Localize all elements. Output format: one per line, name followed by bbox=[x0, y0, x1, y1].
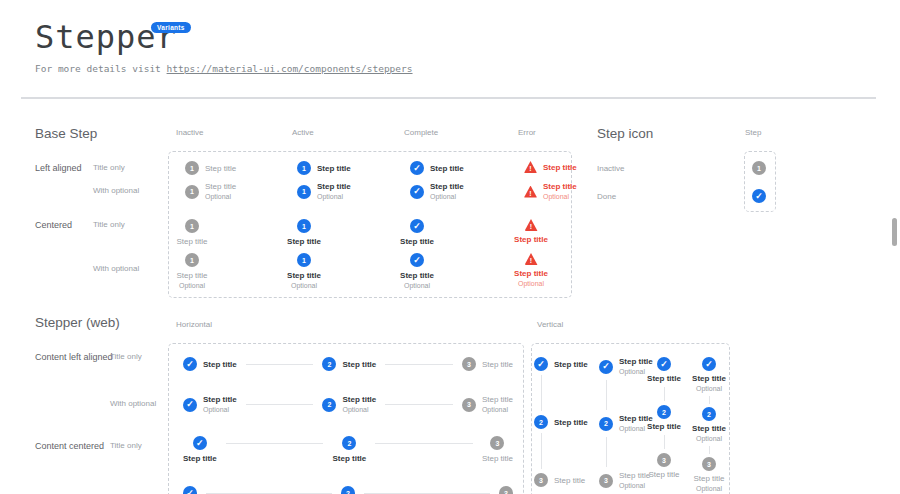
step-cell-active: 1 Step titleOptional bbox=[274, 253, 334, 290]
step-title-label: Step title bbox=[430, 164, 464, 173]
step-active: 2Step title bbox=[322, 357, 376, 371]
optional-label: Optional bbox=[317, 193, 351, 201]
optional-label: Optional bbox=[543, 193, 577, 201]
optional-label: Optional bbox=[430, 193, 464, 201]
warning-icon: ! bbox=[524, 161, 537, 173]
stepper-spec-page: Stepper Variants For more details visit … bbox=[0, 0, 900, 494]
variant-with-optional: With optional bbox=[110, 399, 156, 408]
horizontal-stepper: ✓ 2 3 bbox=[183, 486, 513, 494]
row-group-content-centered: Content centered bbox=[35, 441, 104, 451]
step-number-icon: 1 bbox=[297, 219, 311, 233]
step-title-label: Step title bbox=[183, 454, 217, 463]
step-cell-active: 1 Step title bbox=[297, 161, 351, 175]
step-number-icon: 1 bbox=[185, 185, 199, 199]
step-connector bbox=[664, 387, 665, 401]
step-active: 2Step titleOptional bbox=[322, 395, 376, 414]
step-inactive: 3Step title bbox=[482, 436, 513, 463]
step-number-icon: 1 bbox=[297, 161, 311, 175]
column-header-active: Active bbox=[292, 128, 314, 137]
step-cell-inactive: 1 Step titleOptional bbox=[162, 253, 222, 290]
optional-label: Optional bbox=[342, 406, 376, 414]
check-icon: ✓ bbox=[183, 398, 197, 412]
step-title-label: Step title bbox=[482, 360, 513, 369]
step-title-label: Step title bbox=[514, 269, 548, 278]
step-number-icon: 1 bbox=[185, 161, 199, 175]
step-title-label: Step title bbox=[554, 476, 585, 485]
step-cell-error: ! Step title bbox=[501, 219, 561, 244]
row-group-centered: Centered bbox=[35, 220, 72, 230]
step-title-label: Step title bbox=[430, 182, 464, 191]
subtitle: For more details visit https://material-… bbox=[35, 63, 413, 74]
step-title-label: Step title bbox=[648, 470, 679, 479]
step-number-icon: 2 bbox=[322, 357, 336, 371]
step-title-label: Step title bbox=[176, 237, 207, 246]
step-connector bbox=[385, 404, 453, 405]
step-title-label: Step title bbox=[543, 163, 577, 172]
step-connector bbox=[709, 446, 710, 454]
check-icon: ✓ bbox=[410, 253, 424, 267]
step-title-label: Step title bbox=[203, 360, 237, 369]
step-cell-error: ! Step title bbox=[524, 161, 577, 173]
step-title-label: Step title bbox=[693, 474, 724, 483]
column-header-inactive: Inactive bbox=[176, 128, 204, 137]
step-cell-error: ! Step titleOptional bbox=[524, 182, 577, 201]
step-complete: ✓ bbox=[183, 486, 197, 494]
variant-title-only: Title only bbox=[93, 163, 125, 172]
step-title-label: Step title bbox=[692, 374, 726, 383]
optional-label: Optional bbox=[696, 485, 722, 493]
vertical-scrollbar-thumb[interactable] bbox=[892, 218, 897, 246]
optional-label: Optional bbox=[696, 435, 722, 443]
step-cell-inactive: 1 Step titleOptional bbox=[185, 182, 236, 201]
horizontal-stepper: ✓Step titleOptional 2Step titleOptional … bbox=[183, 395, 513, 414]
step-cell-complete: ✓ Step title bbox=[387, 219, 447, 246]
step-number-icon: 3 bbox=[462, 357, 476, 371]
material-ui-link[interactable]: https://material-ui.com/components/stepp… bbox=[167, 63, 413, 74]
step-number-icon: 1 bbox=[297, 253, 311, 267]
check-icon: ✓ bbox=[193, 436, 207, 450]
optional-label: Optional bbox=[205, 193, 236, 201]
step-number-icon: 2 bbox=[534, 415, 548, 429]
step-connector bbox=[709, 396, 710, 404]
subtitle-text: For more details visit bbox=[35, 63, 167, 74]
vertical-stepper: ✓Step title 2Step title 3Step title bbox=[534, 357, 588, 487]
step-title-label: Step title bbox=[332, 454, 366, 463]
step-cell-active: 1 Step titleOptional bbox=[297, 182, 351, 201]
step-number-icon: 2 bbox=[342, 436, 356, 450]
variant-title-only: Title only bbox=[110, 352, 142, 361]
optional-label: Optional bbox=[482, 406, 513, 414]
horizontal-stepper: ✓Step title 2Step title 3Step title bbox=[183, 436, 513, 463]
step-number-icon: 2 bbox=[341, 486, 355, 494]
step-number-icon: 3 bbox=[599, 474, 613, 488]
check-icon: ✓ bbox=[183, 357, 197, 371]
column-header-horizontal: Horizontal bbox=[176, 320, 212, 329]
row-group-left-aligned: Left aligned bbox=[35, 163, 82, 173]
step-complete: ✓Step title bbox=[183, 357, 237, 371]
step-active: 2Step title bbox=[534, 415, 588, 429]
base-step-heading: Base Step bbox=[35, 126, 97, 141]
step-inactive: 3Step title bbox=[534, 473, 588, 487]
step-inactive: 3 bbox=[499, 486, 513, 494]
step-title-label: Step title bbox=[647, 422, 681, 431]
optional-label: Optional bbox=[514, 280, 548, 288]
step-connector bbox=[606, 380, 607, 410]
step-title-label: Step title bbox=[287, 271, 321, 280]
step-number-icon: 1 bbox=[297, 185, 311, 199]
check-icon: ✓ bbox=[410, 161, 424, 175]
step-number-icon: 3 bbox=[499, 486, 513, 494]
optional-label: Optional bbox=[287, 282, 321, 290]
step-cell-complete: ✓ Step titleOptional bbox=[410, 182, 464, 201]
step-cell-error: ! Step titleOptional bbox=[501, 253, 561, 288]
step-connector bbox=[541, 375, 542, 411]
step-title-label: Step title bbox=[203, 395, 237, 404]
step-title-label: Step title bbox=[317, 182, 351, 191]
step-number-icon: 3 bbox=[657, 453, 671, 467]
check-icon: ✓ bbox=[599, 360, 613, 374]
step-title-label: Step title bbox=[482, 395, 513, 404]
step-title-label: Step title bbox=[543, 182, 577, 191]
step-connector bbox=[541, 433, 542, 469]
step-number-icon: 1 bbox=[185, 219, 199, 233]
check-icon: ✓ bbox=[410, 219, 424, 233]
step-title-label: Step title bbox=[205, 164, 236, 173]
step-number-icon: 1 bbox=[752, 161, 766, 175]
check-icon: ✓ bbox=[702, 357, 716, 371]
